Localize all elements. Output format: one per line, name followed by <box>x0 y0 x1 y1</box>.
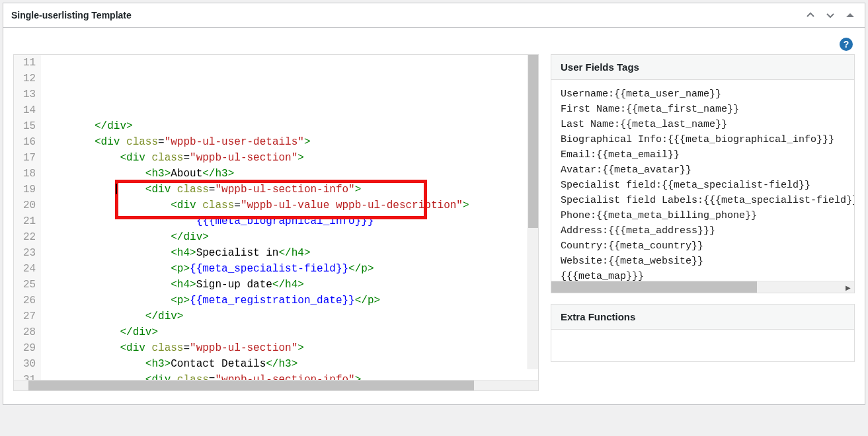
line-gutter: 1112131415161718192021222324252627282930… <box>14 55 41 380</box>
user-fields-header: User Fields Tags <box>551 55 854 80</box>
extra-functions-body <box>551 330 854 361</box>
text-cursor <box>116 184 117 194</box>
user-field-tag[interactable]: Country:{{meta_country}} <box>561 238 845 254</box>
extra-functions-header: Extra Functions <box>551 305 854 330</box>
vertical-scrollbar-thumb[interactable] <box>528 55 538 228</box>
tags-horizontal-scrollbar[interactable]: ▶ <box>551 281 854 293</box>
move-down-icon[interactable] <box>824 9 837 22</box>
user-field-tag[interactable]: Specialist field Labels:{{{meta_speciali… <box>561 193 845 208</box>
scrollbar-right-arrow-icon[interactable]: ▶ <box>842 281 854 293</box>
tags-horizontal-scrollbar-thumb[interactable] <box>551 281 757 293</box>
extra-functions-panel: Extra Functions <box>551 304 855 362</box>
user-field-tag[interactable]: Email:{{meta_email}} <box>561 147 845 163</box>
user-field-tag[interactable]: First Name:{{meta_first_name}} <box>561 102 845 117</box>
code-scroll[interactable]: 1112131415161718192021222324252627282930… <box>14 55 538 380</box>
code-editor[interactable]: 1112131415161718192021222324252627282930… <box>13 54 539 391</box>
vertical-scrollbar[interactable] <box>528 55 538 369</box>
user-field-tag[interactable]: {{{meta_map}}} <box>561 269 845 281</box>
user-field-tag[interactable]: Website:{{meta_website}} <box>561 254 845 269</box>
meta-box-header: Single-userlisting Template <box>3 3 865 28</box>
user-field-tag[interactable]: Username:{{meta_user_name}} <box>561 87 845 102</box>
user-fields-panel: User Fields Tags Username:{{meta_user_na… <box>551 54 855 293</box>
code-content[interactable]: 1112131415161718192021222324252627282930… <box>14 55 538 380</box>
user-fields-body: Username:{{meta_user_name}}First Name:{{… <box>551 80 854 293</box>
code-lines[interactable]: </div> <div class="wppb-ul-user-details"… <box>41 55 538 380</box>
page-title: Single-userlisting Template <box>11 10 132 20</box>
user-field-tag[interactable]: Specialist field:{{meta_specialist-field… <box>561 178 845 193</box>
toggle-panel-icon[interactable] <box>844 9 857 22</box>
user-field-tag[interactable]: Phone:{{meta_meta_billing_phone}} <box>561 208 845 223</box>
move-up-icon[interactable] <box>804 9 817 22</box>
meta-box: Single-userlisting Template ? 1112131415… <box>3 3 865 405</box>
editor-layout: 1112131415161718192021222324252627282930… <box>13 54 855 391</box>
horizontal-scrollbar[interactable] <box>14 380 538 390</box>
header-actions <box>804 9 857 22</box>
user-fields-list[interactable]: Username:{{meta_user_name}}First Name:{{… <box>551 80 854 281</box>
user-field-tag[interactable]: Last Name:{{meta_last_name}} <box>561 117 845 132</box>
help-icon[interactable]: ? <box>840 38 853 51</box>
user-field-tag[interactable]: Address:{{{meta_address}}} <box>561 223 845 238</box>
user-field-tag[interactable]: Biographical Info:{{{meta_biographical_i… <box>561 132 845 147</box>
editor-left: 1112131415161718192021222324252627282930… <box>13 54 539 391</box>
meta-box-body: ? 11121314151617181920212223242526272829… <box>3 28 865 404</box>
editor-right: User Fields Tags Username:{{meta_user_na… <box>551 54 855 391</box>
horizontal-scrollbar-thumb[interactable] <box>28 381 474 390</box>
user-field-tag[interactable]: Avatar:{{meta_avatar}} <box>561 163 845 178</box>
